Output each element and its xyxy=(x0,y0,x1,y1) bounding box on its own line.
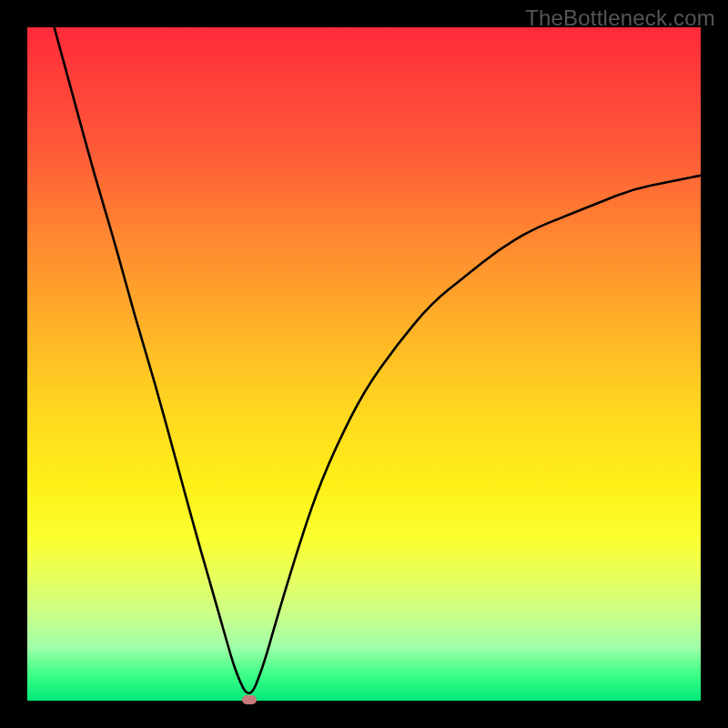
bottleneck-curve-path xyxy=(55,27,701,693)
chart-plot-area xyxy=(27,27,701,701)
watermark-text: TheBottleneck.com xyxy=(525,5,715,31)
minimum-marker xyxy=(242,695,257,704)
bottleneck-curve-svg xyxy=(27,27,701,701)
